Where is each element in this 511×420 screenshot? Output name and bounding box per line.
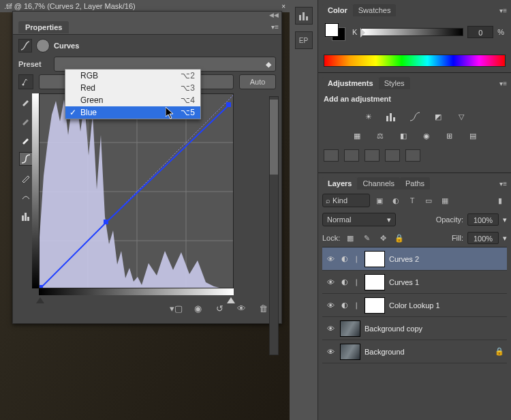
filter-toggle-icon[interactable]: ▮ — [493, 194, 507, 207]
targeted-adjustment-icon[interactable] — [18, 74, 33, 89]
properties-scrollbar[interactable] — [269, 96, 279, 355]
channel-option-green[interactable]: Green ⌥4 — [65, 94, 200, 106]
chevron-down-icon[interactable]: ▾ — [503, 215, 507, 224]
link-icon[interactable]: ❘ — [354, 255, 360, 262]
fill-input[interactable]: 100% — [467, 232, 499, 244]
filter-shape-icon[interactable]: ▭ — [422, 194, 435, 207]
properties-tab[interactable]: Properties — [18, 21, 69, 33]
black-point-slider[interactable] — [36, 297, 44, 303]
color-balance-icon[interactable]: ⚖ — [373, 129, 388, 142]
panel-menu-icon[interactable]: ▾≡ — [499, 80, 507, 87]
layer-row[interactable]: 👁 Background 🔒 — [322, 340, 507, 363]
filter-type-icon[interactable]: T — [405, 194, 419, 207]
gradient-map-icon[interactable] — [385, 149, 400, 162]
lock-transparent-icon[interactable]: ▩ — [344, 234, 356, 243]
mask-thumbnail[interactable] — [365, 251, 385, 267]
channel-option-red[interactable]: Red ⌥3 — [65, 82, 200, 94]
fg-bg-swatch[interactable] — [325, 23, 345, 41]
close-icon[interactable]: × — [281, 3, 285, 10]
layer-filter-kind[interactable]: ⌕ Kind — [322, 194, 370, 207]
link-icon[interactable]: ❘ — [354, 301, 360, 309]
eyedropper-black-icon[interactable] — [19, 95, 33, 108]
panel-menu-icon[interactable]: ▾≡ — [271, 23, 279, 31]
k-value-input[interactable]: 0 — [467, 26, 493, 38]
tab-layers[interactable]: Layers — [322, 177, 357, 190]
lock-pixels-icon[interactable]: ✎ — [360, 234, 373, 243]
layer-thumbnail[interactable] — [340, 320, 360, 337]
lock-all-icon[interactable]: 🔒 — [393, 234, 405, 243]
clip-to-layer-icon[interactable]: ▾▢ — [170, 303, 182, 314]
mask-thumbnail[interactable] — [365, 297, 385, 314]
filter-adjustment-icon[interactable]: ◐ — [389, 194, 403, 207]
color-spectrum[interactable] — [324, 55, 506, 67]
visibility-icon[interactable]: 👁 — [325, 301, 336, 310]
channel-mixer-icon[interactable]: ⊞ — [442, 129, 457, 142]
k-slider[interactable] — [361, 28, 463, 36]
histogram-icon[interactable] — [19, 209, 33, 223]
layer-name[interactable]: Background copy — [365, 325, 422, 333]
tab-color[interactable]: Color — [322, 4, 353, 16]
layer-name[interactable]: Curves 1 — [389, 278, 419, 286]
visibility-icon[interactable]: 👁 — [325, 325, 336, 333]
visibility-icon[interactable]: 👁 — [325, 278, 336, 286]
chevron-down-icon[interactable]: ▾ — [503, 234, 507, 243]
tab-adjustments[interactable]: Adjustments — [322, 77, 379, 89]
layer-name[interactable]: Curves 2 — [389, 255, 419, 263]
vibrance-icon[interactable]: ▽ — [454, 110, 469, 123]
view-previous-icon[interactable]: ◉ — [191, 303, 204, 314]
channel-option-rgb[interactable]: RGB ⌥2 — [65, 70, 200, 82]
histogram-panel-icon[interactable] — [295, 7, 313, 25]
eyedropper-gray-icon[interactable] — [19, 114, 33, 127]
blend-mode-select[interactable]: Normal▾ — [322, 213, 396, 226]
layer-name[interactable]: Color Lookup 1 — [389, 301, 440, 310]
curves-icon — [18, 39, 32, 52]
curves-adj-icon[interactable] — [407, 110, 422, 123]
tab-channels[interactable]: Channels — [357, 177, 399, 190]
visibility-icon[interactable]: 👁 — [325, 255, 336, 263]
link-icon[interactable]: ❘ — [354, 278, 360, 286]
opacity-input[interactable]: 100% — [467, 213, 499, 226]
mask-thumbnail[interactable] — [365, 274, 385, 290]
tab-swatches[interactable]: Swatches — [353, 4, 397, 16]
brightness-contrast-icon[interactable]: ☀ — [361, 110, 376, 123]
panel-menu-icon[interactable]: ▾≡ — [499, 7, 507, 14]
layer-row[interactable]: 👁 ◐ ❘ Curves 2 — [322, 247, 507, 271]
selective-color-icon[interactable] — [405, 149, 420, 162]
lock-position-icon[interactable]: ✥ — [377, 234, 389, 243]
photo-filter-icon[interactable]: ◉ — [419, 129, 434, 142]
delete-icon[interactable]: 🗑 — [257, 303, 269, 314]
tab-paths[interactable]: Paths — [400, 177, 430, 190]
tab-styles[interactable]: Styles — [379, 77, 410, 89]
white-point-slider[interactable] — [227, 297, 235, 303]
color-lookup-icon[interactable]: ▤ — [465, 129, 480, 142]
curves-graph[interactable] — [39, 93, 234, 288]
auto-button[interactable]: Auto — [239, 74, 276, 89]
visibility-icon[interactable]: 👁 — [325, 348, 336, 356]
posterize-icon[interactable] — [344, 149, 359, 162]
filter-pixel-icon[interactable]: ▣ — [373, 194, 386, 207]
toggle-visibility-icon[interactable]: 👁 — [235, 303, 247, 314]
exposure-icon[interactable]: ◩ — [431, 110, 446, 123]
point-curve-icon[interactable] — [19, 152, 33, 166]
eyedropper-white-icon[interactable] — [19, 133, 33, 147]
invert-icon[interactable] — [324, 149, 339, 162]
hue-sat-icon[interactable]: ▦ — [350, 129, 365, 142]
layer-name[interactable]: Background — [365, 348, 405, 356]
layer-row[interactable]: 👁 ◐ ❘ Curves 1 — [322, 271, 507, 294]
filter-smart-icon[interactable]: ▦ — [438, 194, 452, 207]
smooth-icon[interactable] — [19, 190, 33, 204]
mask-icon[interactable] — [36, 39, 50, 52]
ep-panel-icon[interactable]: EP — [295, 31, 313, 49]
cursor-icon — [166, 107, 176, 119]
panel-drag-handle[interactable]: ◀◀ — [13, 12, 281, 20]
reset-icon[interactable]: ↺ — [213, 303, 226, 314]
pencil-curve-icon[interactable] — [19, 171, 33, 185]
levels-icon[interactable] — [384, 110, 399, 123]
layer-row[interactable]: 👁 ◐ ❘ Color Lookup 1 — [322, 294, 507, 317]
layer-thumbnail[interactable] — [340, 344, 360, 360]
threshold-icon[interactable] — [365, 149, 380, 162]
layer-row[interactable]: 👁 Background copy — [322, 317, 507, 340]
bw-icon[interactable]: ◧ — [396, 129, 411, 142]
channel-option-blue[interactable]: ✓ Blue ⌥5 — [65, 106, 200, 119]
panel-menu-icon[interactable]: ▾≡ — [499, 180, 507, 188]
